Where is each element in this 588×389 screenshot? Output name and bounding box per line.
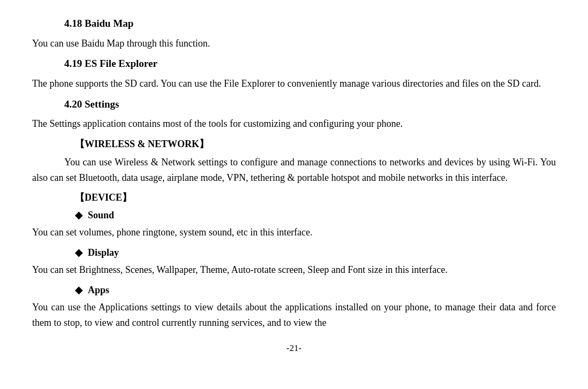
section-420: 4.20 Settings The Settings application c… <box>32 97 556 331</box>
display-diamond-icon: ◆ <box>75 246 82 260</box>
display-label: Display <box>88 246 119 260</box>
page-number: -21- <box>32 341 556 355</box>
wireless-body: You can use Wireless & Network settings … <box>32 155 556 186</box>
body-420-intro: The Settings application contains most o… <box>32 116 556 132</box>
display-bullet-heading: ◆ Display <box>32 246 556 260</box>
apps-label: Apps <box>88 283 109 298</box>
body-419: The phone supports the SD card. You can … <box>32 76 556 91</box>
display-body: You can set Brightness, Scenes, Wallpape… <box>32 262 556 278</box>
sound-bullet-heading: ◆ Sound <box>32 208 556 223</box>
device-heading: 【DEVICE】 <box>32 190 556 205</box>
sound-label: Sound <box>88 208 114 223</box>
heading-420: 4.20 Settings <box>32 97 556 112</box>
section-418: 4.18 Baidu Map You can use Baidu Map thr… <box>32 16 556 51</box>
section-419: 4.19 ES File Explorer The phone supports… <box>32 56 556 91</box>
body-418: You can use Baidu Map through this funct… <box>32 36 556 51</box>
apps-body: You can use the Applications settings to… <box>32 300 556 331</box>
wireless-network-heading: 【WIRELESS & NETWORK】 <box>32 137 556 151</box>
heading-419: 4.19 ES File Explorer <box>32 56 556 72</box>
apps-diamond-icon: ◆ <box>75 283 82 298</box>
sound-body: You can set volumes, phone ringtone, sys… <box>32 225 556 240</box>
apps-bullet-heading: ◆ Apps <box>32 283 556 298</box>
sound-diamond-icon: ◆ <box>75 208 82 223</box>
heading-418: 4.18 Baidu Map <box>32 16 556 32</box>
